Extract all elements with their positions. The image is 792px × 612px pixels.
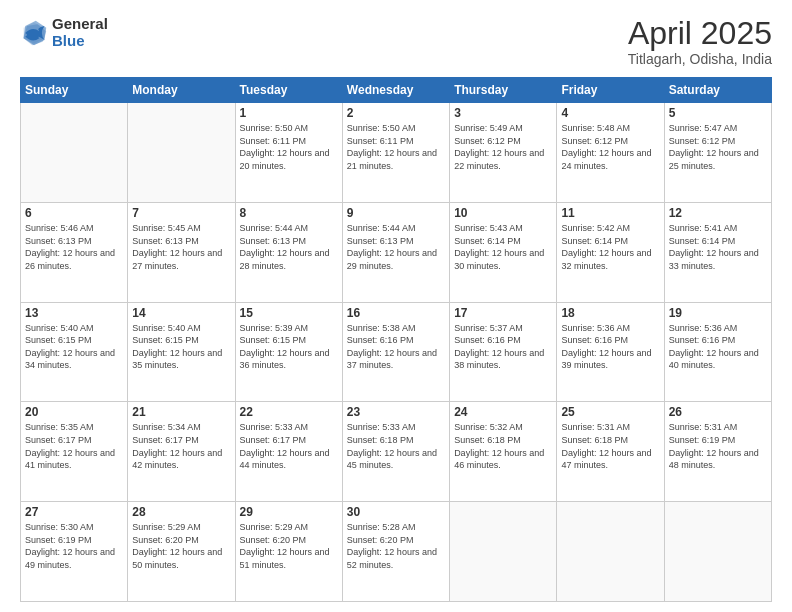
day-number: 30 bbox=[347, 505, 445, 519]
day-cell: 17Sunrise: 5:37 AM Sunset: 6:16 PM Dayli… bbox=[450, 302, 557, 402]
day-info: Sunrise: 5:45 AM Sunset: 6:13 PM Dayligh… bbox=[132, 222, 230, 272]
day-info: Sunrise: 5:34 AM Sunset: 6:17 PM Dayligh… bbox=[132, 421, 230, 471]
day-info: Sunrise: 5:47 AM Sunset: 6:12 PM Dayligh… bbox=[669, 122, 767, 172]
day-number: 12 bbox=[669, 206, 767, 220]
day-number: 15 bbox=[240, 306, 338, 320]
calendar-table: SundayMondayTuesdayWednesdayThursdayFrid… bbox=[20, 77, 772, 602]
weekday-header: Thursday bbox=[450, 78, 557, 103]
logo-icon bbox=[20, 19, 48, 47]
weekday-header: Saturday bbox=[664, 78, 771, 103]
day-cell: 1Sunrise: 5:50 AM Sunset: 6:11 PM Daylig… bbox=[235, 103, 342, 203]
day-cell: 9Sunrise: 5:44 AM Sunset: 6:13 PM Daylig… bbox=[342, 202, 449, 302]
day-number: 22 bbox=[240, 405, 338, 419]
day-cell: 7Sunrise: 5:45 AM Sunset: 6:13 PM Daylig… bbox=[128, 202, 235, 302]
day-number: 5 bbox=[669, 106, 767, 120]
day-number: 11 bbox=[561, 206, 659, 220]
day-cell: 10Sunrise: 5:43 AM Sunset: 6:14 PM Dayli… bbox=[450, 202, 557, 302]
day-cell: 2Sunrise: 5:50 AM Sunset: 6:11 PM Daylig… bbox=[342, 103, 449, 203]
subtitle: Titlagarh, Odisha, India bbox=[628, 51, 772, 67]
day-cell: 27Sunrise: 5:30 AM Sunset: 6:19 PM Dayli… bbox=[21, 502, 128, 602]
day-info: Sunrise: 5:28 AM Sunset: 6:20 PM Dayligh… bbox=[347, 521, 445, 571]
weekday-header: Monday bbox=[128, 78, 235, 103]
day-info: Sunrise: 5:48 AM Sunset: 6:12 PM Dayligh… bbox=[561, 122, 659, 172]
day-info: Sunrise: 5:41 AM Sunset: 6:14 PM Dayligh… bbox=[669, 222, 767, 272]
day-info: Sunrise: 5:40 AM Sunset: 6:15 PM Dayligh… bbox=[132, 322, 230, 372]
day-info: Sunrise: 5:50 AM Sunset: 6:11 PM Dayligh… bbox=[240, 122, 338, 172]
day-cell bbox=[450, 502, 557, 602]
day-cell: 29Sunrise: 5:29 AM Sunset: 6:20 PM Dayli… bbox=[235, 502, 342, 602]
day-info: Sunrise: 5:44 AM Sunset: 6:13 PM Dayligh… bbox=[240, 222, 338, 272]
day-info: Sunrise: 5:29 AM Sunset: 6:20 PM Dayligh… bbox=[240, 521, 338, 571]
day-number: 26 bbox=[669, 405, 767, 419]
day-cell: 20Sunrise: 5:35 AM Sunset: 6:17 PM Dayli… bbox=[21, 402, 128, 502]
day-number: 7 bbox=[132, 206, 230, 220]
day-number: 2 bbox=[347, 106, 445, 120]
day-number: 25 bbox=[561, 405, 659, 419]
day-info: Sunrise: 5:38 AM Sunset: 6:16 PM Dayligh… bbox=[347, 322, 445, 372]
week-row: 6Sunrise: 5:46 AM Sunset: 6:13 PM Daylig… bbox=[21, 202, 772, 302]
day-cell bbox=[557, 502, 664, 602]
header-row: SundayMondayTuesdayWednesdayThursdayFrid… bbox=[21, 78, 772, 103]
day-info: Sunrise: 5:43 AM Sunset: 6:14 PM Dayligh… bbox=[454, 222, 552, 272]
day-number: 18 bbox=[561, 306, 659, 320]
day-info: Sunrise: 5:31 AM Sunset: 6:19 PM Dayligh… bbox=[669, 421, 767, 471]
day-number: 9 bbox=[347, 206, 445, 220]
day-cell: 6Sunrise: 5:46 AM Sunset: 6:13 PM Daylig… bbox=[21, 202, 128, 302]
day-number: 19 bbox=[669, 306, 767, 320]
day-cell: 5Sunrise: 5:47 AM Sunset: 6:12 PM Daylig… bbox=[664, 103, 771, 203]
day-info: Sunrise: 5:50 AM Sunset: 6:11 PM Dayligh… bbox=[347, 122, 445, 172]
day-cell: 3Sunrise: 5:49 AM Sunset: 6:12 PM Daylig… bbox=[450, 103, 557, 203]
logo-general: General bbox=[52, 16, 108, 33]
day-info: Sunrise: 5:37 AM Sunset: 6:16 PM Dayligh… bbox=[454, 322, 552, 372]
day-number: 3 bbox=[454, 106, 552, 120]
day-info: Sunrise: 5:39 AM Sunset: 6:15 PM Dayligh… bbox=[240, 322, 338, 372]
logo-text: General Blue bbox=[52, 16, 108, 49]
day-cell bbox=[664, 502, 771, 602]
main-title: April 2025 bbox=[628, 16, 772, 51]
day-number: 8 bbox=[240, 206, 338, 220]
day-number: 4 bbox=[561, 106, 659, 120]
weekday-header: Friday bbox=[557, 78, 664, 103]
weekday-header: Wednesday bbox=[342, 78, 449, 103]
day-cell: 8Sunrise: 5:44 AM Sunset: 6:13 PM Daylig… bbox=[235, 202, 342, 302]
day-number: 10 bbox=[454, 206, 552, 220]
day-info: Sunrise: 5:42 AM Sunset: 6:14 PM Dayligh… bbox=[561, 222, 659, 272]
day-info: Sunrise: 5:29 AM Sunset: 6:20 PM Dayligh… bbox=[132, 521, 230, 571]
day-cell: 24Sunrise: 5:32 AM Sunset: 6:18 PM Dayli… bbox=[450, 402, 557, 502]
day-number: 29 bbox=[240, 505, 338, 519]
logo-blue: Blue bbox=[52, 33, 108, 50]
day-info: Sunrise: 5:31 AM Sunset: 6:18 PM Dayligh… bbox=[561, 421, 659, 471]
day-cell: 28Sunrise: 5:29 AM Sunset: 6:20 PM Dayli… bbox=[128, 502, 235, 602]
day-cell: 16Sunrise: 5:38 AM Sunset: 6:16 PM Dayli… bbox=[342, 302, 449, 402]
weekday-header: Sunday bbox=[21, 78, 128, 103]
day-number: 14 bbox=[132, 306, 230, 320]
day-info: Sunrise: 5:36 AM Sunset: 6:16 PM Dayligh… bbox=[561, 322, 659, 372]
day-cell: 18Sunrise: 5:36 AM Sunset: 6:16 PM Dayli… bbox=[557, 302, 664, 402]
day-cell: 14Sunrise: 5:40 AM Sunset: 6:15 PM Dayli… bbox=[128, 302, 235, 402]
day-cell bbox=[21, 103, 128, 203]
day-info: Sunrise: 5:33 AM Sunset: 6:18 PM Dayligh… bbox=[347, 421, 445, 471]
day-number: 17 bbox=[454, 306, 552, 320]
week-row: 13Sunrise: 5:40 AM Sunset: 6:15 PM Dayli… bbox=[21, 302, 772, 402]
week-row: 20Sunrise: 5:35 AM Sunset: 6:17 PM Dayli… bbox=[21, 402, 772, 502]
day-number: 28 bbox=[132, 505, 230, 519]
day-info: Sunrise: 5:46 AM Sunset: 6:13 PM Dayligh… bbox=[25, 222, 123, 272]
day-info: Sunrise: 5:40 AM Sunset: 6:15 PM Dayligh… bbox=[25, 322, 123, 372]
day-info: Sunrise: 5:36 AM Sunset: 6:16 PM Dayligh… bbox=[669, 322, 767, 372]
week-row: 27Sunrise: 5:30 AM Sunset: 6:19 PM Dayli… bbox=[21, 502, 772, 602]
title-section: April 2025 Titlagarh, Odisha, India bbox=[628, 16, 772, 67]
day-number: 6 bbox=[25, 206, 123, 220]
day-info: Sunrise: 5:30 AM Sunset: 6:19 PM Dayligh… bbox=[25, 521, 123, 571]
day-info: Sunrise: 5:49 AM Sunset: 6:12 PM Dayligh… bbox=[454, 122, 552, 172]
day-cell: 21Sunrise: 5:34 AM Sunset: 6:17 PM Dayli… bbox=[128, 402, 235, 502]
day-cell: 30Sunrise: 5:28 AM Sunset: 6:20 PM Dayli… bbox=[342, 502, 449, 602]
day-number: 16 bbox=[347, 306, 445, 320]
day-number: 13 bbox=[25, 306, 123, 320]
day-cell bbox=[128, 103, 235, 203]
weekday-header: Tuesday bbox=[235, 78, 342, 103]
day-cell: 26Sunrise: 5:31 AM Sunset: 6:19 PM Dayli… bbox=[664, 402, 771, 502]
logo: General Blue bbox=[20, 16, 108, 49]
day-cell: 12Sunrise: 5:41 AM Sunset: 6:14 PM Dayli… bbox=[664, 202, 771, 302]
page: General Blue April 2025 Titlagarh, Odish… bbox=[0, 0, 792, 612]
day-cell: 15Sunrise: 5:39 AM Sunset: 6:15 PM Dayli… bbox=[235, 302, 342, 402]
